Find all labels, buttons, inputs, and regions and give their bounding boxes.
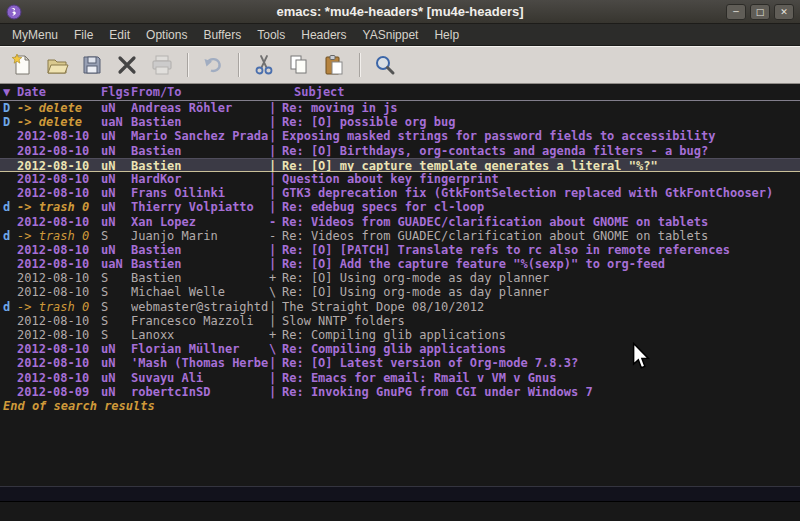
message-row[interactable]: 2012-08-10 uN Florian Müllner \ Re: Comp…: [0, 342, 800, 356]
message-row[interactable]: 2012-08-10 S Bastien + Re: [O] Using org…: [0, 271, 800, 285]
message-row[interactable]: d -> trash 0 S webmaster@straightd... | …: [0, 300, 800, 314]
message-subject: Re: Compiling glib applications: [282, 328, 800, 342]
message-flags: S: [101, 271, 131, 285]
copy-button[interactable]: [285, 51, 313, 79]
copy-icon: [287, 53, 311, 77]
close-button[interactable]: ✕: [774, 4, 794, 20]
message-subject: Question about key fingerprint: [282, 172, 800, 186]
message-row[interactable]: 2012-08-10 uN Suvayu Ali | Re: Emacs for…: [0, 371, 800, 385]
menu-yasnippet[interactable]: YASnippet: [355, 25, 427, 45]
message-row[interactable]: 2012-08-10 uN Xan Lopez - Re: Videos fro…: [0, 215, 800, 229]
open-file-button[interactable]: [43, 51, 71, 79]
message-flags: uaN: [101, 257, 131, 271]
message-flags: uN: [101, 144, 131, 158]
message-row[interactable]: 2012-08-10 uN Mario Sanchez Prada | Expo…: [0, 129, 800, 143]
header-line: ▼ Date Flgs From/To Subject: [0, 84, 800, 101]
mu4e-headers-buffer: ▼ Date Flgs From/To Subject D -> delete …: [0, 84, 800, 486]
message-from: Mario Sanchez Prada: [131, 129, 269, 143]
thread-char: |: [269, 186, 282, 200]
message-flags: uaN: [101, 115, 131, 129]
mark-char: d: [3, 229, 17, 243]
message-from: Bastien: [131, 115, 269, 129]
menu-help[interactable]: Help: [426, 25, 467, 45]
message-date: -> delete: [17, 115, 101, 129]
message-subject: Re: [O] Birthdays, org-contacts and agen…: [282, 144, 800, 158]
message-from: Juanjo Marin: [131, 229, 269, 243]
toolbar-separator: [238, 53, 239, 77]
message-subject: Re: Invoking GnuPG from CGI under Window…: [282, 385, 800, 399]
message-from: Frans Oilinki: [131, 186, 269, 200]
message-row[interactable]: 2012-08-10 uaN Bastien | Re: [O] Add the…: [0, 257, 800, 271]
message-flags: uN: [101, 215, 131, 229]
thread-char: |: [269, 314, 282, 328]
new-file-button[interactable]: [8, 51, 36, 79]
message-subject: Re: [O] Add the capture feature "%(sexp)…: [282, 257, 800, 271]
message-row[interactable]: 2012-08-10 uN 'Mash (Thomas Herbert) | R…: [0, 356, 800, 370]
message-row[interactable]: D -> delete uN Andreas Röhler | Re: movi…: [0, 101, 800, 115]
thread-char: +: [269, 271, 282, 285]
kill-buffer-icon: [115, 53, 139, 77]
mark-char: [3, 243, 17, 257]
save-icon: [80, 53, 104, 77]
search-icon: [373, 53, 397, 77]
message-subject: Re: Videos from GUADEC/clarification abo…: [282, 215, 800, 229]
menu-headers[interactable]: Headers: [293, 25, 354, 45]
thread-char: \: [269, 342, 282, 356]
message-subject: Re: edebug specs for cl-loop: [282, 200, 800, 214]
thread-char: |: [269, 371, 282, 385]
message-date: 2012-08-10: [17, 314, 101, 328]
maximize-button[interactable]: □: [750, 4, 770, 20]
message-subject: Re: Videos from GUADEC/clarification abo…: [282, 229, 800, 243]
message-row[interactable]: 2012-08-10 uN Bastien | Re: [O] [PATCH] …: [0, 243, 800, 257]
message-row[interactable]: 2012-08-10 uN HardKor | Question about k…: [0, 172, 800, 186]
menu-tools[interactable]: Tools: [249, 25, 293, 45]
emacs-frame: emacs: *mu4e-headers* [mu4e-headers] ─ □…: [0, 0, 800, 521]
message-row[interactable]: d -> trash 0 S Juanjo Marin - Re: Videos…: [0, 229, 800, 243]
title-bar[interactable]: emacs: *mu4e-headers* [mu4e-headers] ─ □…: [0, 0, 800, 24]
search-button[interactable]: [371, 51, 399, 79]
message-from: Thierry Volpiatto: [131, 200, 269, 214]
message-row[interactable]: D -> delete uaN Bastien | Re: [O] possib…: [0, 115, 800, 129]
paste-button[interactable]: [320, 51, 348, 79]
toolbar-separator: [187, 53, 188, 77]
message-row[interactable]: 2012-08-10 uN Frans Oilinki | GTK3 depre…: [0, 186, 800, 200]
cut-button[interactable]: [250, 51, 278, 79]
message-flags: S: [101, 300, 131, 314]
message-flags: uN: [101, 243, 131, 257]
message-subject: Re: [O] Using org-mode as day planner: [282, 285, 800, 299]
sort-arrow-icon[interactable]: ▼: [3, 84, 17, 100]
message-row[interactable]: 2012-08-10 S Francesco Mazzoli | Slow NN…: [0, 314, 800, 328]
menu-buffers[interactable]: Buffers: [195, 25, 249, 45]
thread-char: |: [269, 356, 282, 370]
menu-options[interactable]: Options: [138, 25, 195, 45]
menu-file[interactable]: File: [66, 25, 101, 45]
save-button[interactable]: [78, 51, 106, 79]
column-header-subject[interactable]: Subject: [294, 84, 345, 100]
message-row[interactable]: d -> trash 0 uN Thierry Volpiatto | Re: …: [0, 200, 800, 214]
message-row[interactable]: 2012-08-10 S Michael Welle \ Re: [O] Usi…: [0, 285, 800, 299]
new-file-icon: [10, 53, 34, 77]
message-flags: uN: [101, 371, 131, 385]
message-row[interactable]: 2012-08-10 S Lanoxx + Re: Compiling glib…: [0, 328, 800, 342]
column-header-date[interactable]: Date: [17, 84, 101, 100]
undo-button: [199, 51, 227, 79]
message-row[interactable]: 2012-08-10 uN Bastien | Re: [O] Birthday…: [0, 144, 800, 158]
print-icon: [150, 53, 174, 77]
message-row[interactable]: 2012-08-09 uN robertcInSD | Re: Invoking…: [0, 385, 800, 399]
message-from: Michael Welle: [131, 285, 269, 299]
minimize-button[interactable]: ─: [726, 4, 746, 20]
mark-char: [3, 129, 17, 143]
message-date: 2012-08-10: [17, 129, 101, 143]
minibuffer[interactable]: [0, 502, 800, 521]
thread-char: |: [269, 243, 282, 257]
message-date: -> trash 0: [17, 229, 101, 243]
column-header-flags[interactable]: Flgs: [101, 84, 131, 100]
menu-edit[interactable]: Edit: [101, 25, 138, 45]
kill-buffer-button[interactable]: [113, 51, 141, 79]
message-flags: S: [101, 229, 131, 243]
menu-mymenu[interactable]: MyMenu: [4, 25, 66, 45]
message-date: 2012-08-10: [17, 243, 101, 257]
column-header-from[interactable]: From/To: [131, 84, 269, 100]
message-row[interactable]: 2012-08-10 uN Bastien | Re: [O] my captu…: [0, 158, 800, 172]
toolbar-separator: [359, 53, 360, 77]
